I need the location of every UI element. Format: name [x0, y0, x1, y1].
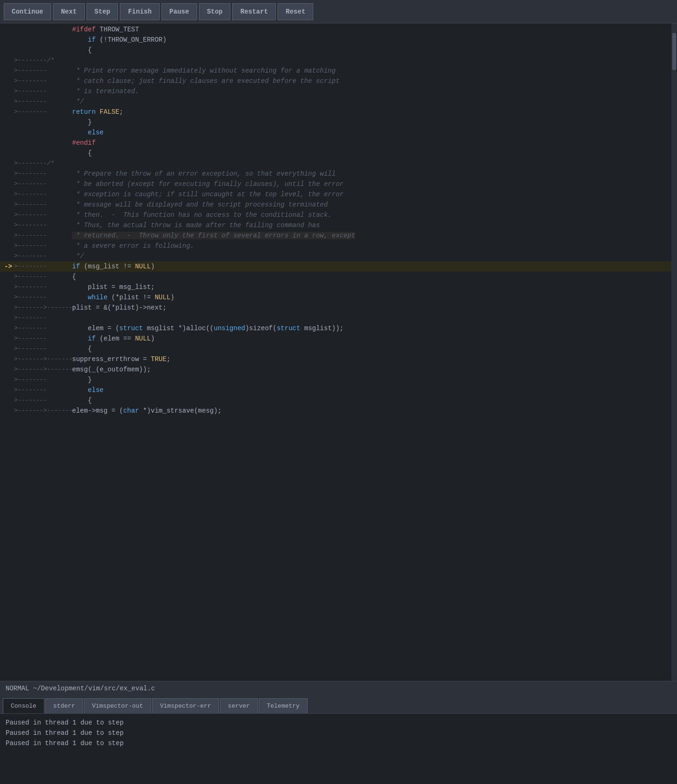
- code-line: {: [0, 148, 677, 158]
- code-line: >-------- * returned. - Throw only the f…: [0, 230, 677, 241]
- arrow-indicator: [0, 179, 14, 189]
- code-content: * then. - This function has no access to…: [70, 210, 677, 220]
- code-line: >--------/*: [0, 55, 677, 66]
- gutter: >--------: [14, 76, 70, 86]
- code-line: >--------return FALSE;: [0, 107, 677, 117]
- code-content: }: [70, 117, 677, 127]
- toolbar: ContinueNextStepFinishPauseStopRestartRe…: [0, 0, 677, 23]
- gutter: [14, 117, 70, 127]
- arrow-indicator: [0, 148, 14, 158]
- code-line: >-------- plist = msg_list;: [0, 282, 677, 292]
- gutter: >--------: [14, 251, 70, 261]
- step-button[interactable]: Step: [87, 3, 118, 20]
- code-content: #ifdef THROW_TEST: [70, 24, 677, 35]
- gutter: [14, 24, 70, 35]
- gutter: >--------/*: [14, 158, 70, 169]
- gutter: >--------/*: [14, 55, 70, 66]
- code-line: >-------- * message will be displayed an…: [0, 200, 677, 210]
- code-content: {: [70, 45, 677, 55]
- reset-button[interactable]: Reset: [278, 3, 313, 20]
- code-content: */: [70, 96, 677, 107]
- code-content: * Prepare the throw of an error exceptio…: [70, 169, 677, 179]
- gutter: >--------: [14, 313, 70, 323]
- gutter: >--------: [14, 385, 70, 395]
- code-content: {: [70, 344, 677, 354]
- arrow-indicator: [0, 241, 14, 251]
- code-line: >-------- {: [0, 344, 677, 354]
- next-button[interactable]: Next: [53, 3, 85, 20]
- code-content: plist = &(*plist)->next;: [70, 303, 677, 313]
- arrow-indicator: [0, 158, 14, 169]
- continue-button[interactable]: Continue: [4, 3, 51, 20]
- code-line: #ifdef THROW_TEST: [0, 24, 677, 35]
- arrow-indicator: [0, 395, 14, 406]
- gutter: >--------: [14, 107, 70, 117]
- arrow-indicator: [0, 333, 14, 344]
- arrow-indicator: [0, 35, 14, 45]
- gutter: >------->--------: [14, 364, 70, 375]
- arrow-indicator: [0, 24, 14, 35]
- code-content: if (elem == NULL): [70, 333, 677, 344]
- arrow-indicator: [0, 86, 14, 96]
- code-content: * returned. - Throw only the first of se…: [70, 230, 677, 241]
- gutter: >--------: [14, 179, 70, 189]
- bottom-tab-stderr[interactable]: stderr: [45, 698, 83, 713]
- arrow-indicator: [0, 45, 14, 55]
- finish-button[interactable]: Finish: [120, 3, 159, 20]
- code-line: >-------- * a severe error is following.: [0, 241, 677, 251]
- arrow-indicator: [0, 127, 14, 138]
- code-content: return FALSE;: [70, 107, 677, 117]
- code-line: >-------- elem = (struct msglist *)alloc…: [0, 323, 677, 333]
- restart-button[interactable]: Restart: [232, 3, 276, 20]
- arrow-indicator: [0, 189, 14, 200]
- code-content: emsg(_(e_outofmem));: [70, 364, 677, 375]
- code-line: >-------- else: [0, 385, 677, 395]
- code-line: >-------- {: [0, 395, 677, 406]
- code-content: * message will be displayed and the scri…: [70, 200, 677, 210]
- arrow-indicator: [0, 406, 14, 416]
- bottom-tab-vimspector-out[interactable]: Vimspector-out: [84, 698, 151, 713]
- arrow-indicator: [0, 200, 14, 210]
- gutter: >--------: [14, 272, 70, 282]
- code-content: * Thus, the actual throw is made after t…: [70, 220, 677, 230]
- arrow-indicator: [0, 364, 14, 375]
- code-content: * exception is caught; if still uncaught…: [70, 189, 677, 200]
- arrow-indicator: [0, 55, 14, 66]
- code-line: >-------- if (elem == NULL): [0, 333, 677, 344]
- stop-button[interactable]: Stop: [199, 3, 231, 20]
- arrow-indicator: [0, 354, 14, 364]
- code-line: >-------- while (*plist != NULL): [0, 292, 677, 303]
- code-line: >-------- * be aborted (except for execu…: [0, 179, 677, 189]
- arrow-indicator: [0, 169, 14, 179]
- code-content: suppress_errthrow = TRUE;: [70, 354, 677, 364]
- bottom-tab-console[interactable]: Console: [3, 698, 44, 713]
- code-content: */: [70, 251, 677, 261]
- bottom-tab-server[interactable]: server: [220, 698, 258, 713]
- gutter: >--------: [14, 66, 70, 76]
- code-line: if (!THROW_ON_ERROR): [0, 35, 677, 45]
- pause-button[interactable]: Pause: [162, 3, 197, 20]
- arrow-indicator: [0, 303, 14, 313]
- code-content: {: [70, 395, 677, 406]
- gutter: [14, 45, 70, 55]
- gutter: >--------: [14, 261, 70, 272]
- arrow-indicator: [0, 107, 14, 117]
- code-content: * catch clause; just finally clauses are…: [70, 76, 677, 86]
- arrow-indicator: [0, 138, 14, 148]
- code-line: >-------- */: [0, 251, 677, 261]
- bottom-tab-vimspector-err[interactable]: Vimspector-err: [152, 698, 219, 713]
- gutter: [14, 35, 70, 45]
- code-line: >-------- * is terminated.: [0, 86, 677, 96]
- console-line: Paused in thread 1 due to step: [6, 717, 671, 728]
- gutter: >--------: [14, 189, 70, 200]
- code-line: >-------- }: [0, 375, 677, 385]
- code-content: [70, 313, 677, 323]
- code-line: >-------- * exception is caught; if stil…: [0, 189, 677, 200]
- bottom-tab-telemetry[interactable]: Telemetry: [259, 698, 308, 713]
- gutter: [14, 138, 70, 148]
- code-line: >------->--------emsg(_(e_outofmem));: [0, 364, 677, 375]
- gutter: >--------: [14, 344, 70, 354]
- gutter: >--------: [14, 200, 70, 210]
- scrollbar[interactable]: [671, 23, 677, 681]
- code-line: {: [0, 45, 677, 55]
